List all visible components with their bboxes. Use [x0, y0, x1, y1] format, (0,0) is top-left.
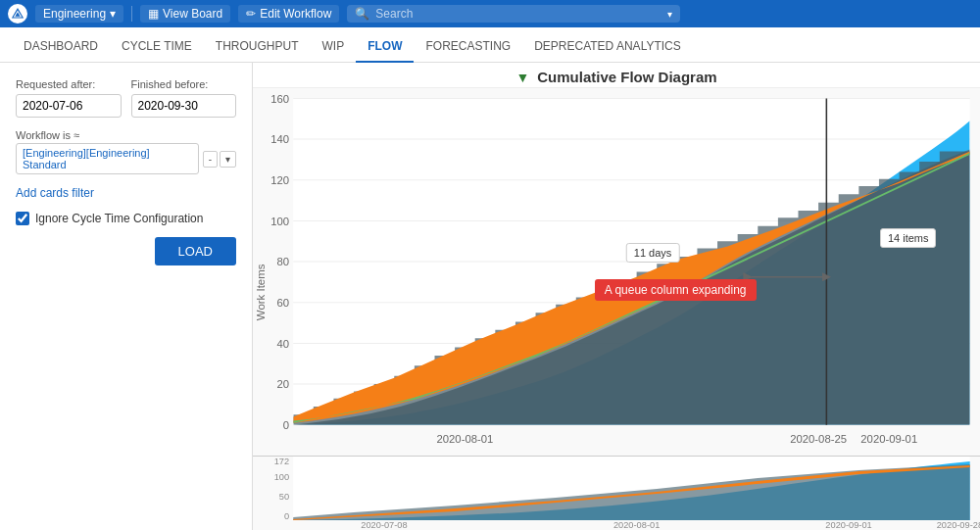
sidebar: Requested after: Finished before: Workfl…	[0, 63, 253, 530]
tab-wip[interactable]: WIP	[310, 31, 356, 63]
view-board-btn[interactable]: ▦ View Board	[140, 5, 230, 23]
svg-text:60: 60	[277, 297, 290, 309]
mini-chart[interactable]: 0 50 100 172 2020-07-08 2020-08-01 2020-…	[253, 457, 980, 530]
search-bar[interactable]: 🔍 ▾	[347, 5, 680, 23]
svg-text:Work Items: Work Items	[255, 264, 267, 320]
view-board-icon: ▦	[148, 7, 159, 21]
ignore-cycle-label: Ignore Cycle Time Configuration	[35, 212, 203, 225]
load-button[interactable]: LOAD	[155, 237, 236, 265]
svg-text:120: 120	[270, 174, 289, 186]
mini-chart-svg: 0 50 100 172 2020-07-08 2020-08-01 2020-…	[253, 457, 980, 530]
tab-dashboard[interactable]: DASHBOARD	[12, 31, 110, 63]
logo[interactable]	[8, 4, 27, 24]
requested-after-input[interactable]	[16, 94, 122, 118]
workflow-dropdown-btn[interactable]: ▾	[220, 151, 236, 168]
date-range-group: Requested after: Finished before:	[16, 78, 236, 118]
tooltip-11-days: 11 days	[626, 243, 680, 263]
ignore-cycle-row: Ignore Cycle Time Configuration	[16, 212, 236, 225]
chart-title-bar: ▼ Cumulative Flow Diagram	[253, 63, 980, 88]
svg-text:2020-08-01: 2020-08-01	[613, 520, 660, 530]
main-content: Requested after: Finished before: Workfl…	[0, 63, 980, 530]
tooltip-queue-label: A queue column expanding	[605, 283, 747, 297]
svg-text:80: 80	[277, 256, 290, 267]
team-selector[interactable]: Engineering ▾	[35, 5, 123, 23]
tooltip-queue-expanding: A queue column expanding	[595, 279, 757, 301]
svg-text:2020-08-01: 2020-08-01	[436, 433, 493, 445]
svg-text:100: 100	[270, 216, 289, 227]
workflow-group: Workflow is ≈ [Engineering][Engineering]…	[16, 129, 236, 174]
finished-before-label: Finished before:	[131, 78, 237, 90]
search-dropdown-icon[interactable]: ▾	[667, 9, 672, 20]
tab-throughput[interactable]: THROUGHPUT	[204, 31, 311, 63]
main-chart[interactable]: 0 20 40 60 80 100 120 140 160 Work Items	[253, 88, 980, 457]
svg-text:2020-09-01: 2020-09-01	[825, 520, 871, 530]
chart-area: ▼ Cumulative Flow Diagram	[253, 63, 980, 530]
add-cards-filter-link[interactable]: Add cards filter	[16, 186, 236, 200]
chart-title: Cumulative Flow Diagram	[537, 69, 716, 85]
edit-workflow-btn[interactable]: ✏ Edit Workflow	[238, 5, 339, 23]
tab-cycle-time[interactable]: CYCLE TIME	[110, 31, 204, 63]
svg-text:100: 100	[274, 472, 289, 482]
workflow-minus-btn[interactable]: -	[203, 151, 218, 168]
workflow-icons: - ▾	[203, 151, 236, 168]
team-chevron-icon: ▾	[110, 7, 116, 21]
workflow-value[interactable]: [Engineering][Engineering] Standard	[16, 143, 199, 174]
svg-text:140: 140	[270, 133, 289, 145]
svg-text:2020-08-25: 2020-08-25	[790, 433, 847, 445]
view-board-label: View Board	[163, 7, 222, 21]
svg-text:0: 0	[284, 511, 289, 521]
tooltip-items-value: 14 items	[888, 232, 929, 244]
edit-workflow-label: Edit Workflow	[260, 7, 331, 21]
chart-filter-icon[interactable]: ▼	[515, 70, 529, 85]
tab-forecasting[interactable]: FORECASTING	[414, 31, 522, 63]
svg-text:2020-09-28: 2020-09-28	[937, 520, 980, 530]
svg-text:160: 160	[270, 93, 289, 105]
svg-text:0: 0	[283, 419, 289, 431]
requested-after-label: Requested after:	[16, 78, 122, 90]
workflow-label: Workflow is ≈	[16, 129, 236, 141]
svg-text:2020-09-01: 2020-09-01	[860, 433, 917, 445]
team-name: Engineering	[43, 7, 106, 21]
main-chart-svg: 0 20 40 60 80 100 120 140 160 Work Items	[253, 88, 980, 456]
tab-deprecated[interactable]: DEPRECATED ANALYTICS	[522, 31, 693, 63]
svg-text:2020-07-08: 2020-07-08	[361, 520, 407, 530]
svg-text:172: 172	[274, 457, 289, 466]
edit-workflow-icon: ✏	[246, 7, 256, 21]
search-input[interactable]	[375, 7, 662, 21]
svg-text:20: 20	[277, 378, 290, 390]
search-icon: 🔍	[355, 7, 369, 21]
finished-before-input[interactable]	[131, 94, 237, 118]
ignore-cycle-checkbox[interactable]	[16, 212, 29, 225]
nav-tabs: DASHBOARD CYCLE TIME THROUGHPUT WIP FLOW…	[0, 27, 980, 63]
tooltip-14-items: 14 items	[880, 228, 937, 248]
top-bar: Engineering ▾ ▦ View Board ✏ Edit Workfl…	[0, 0, 980, 27]
divider-1	[131, 6, 132, 22]
tab-flow[interactable]: FLOW	[356, 31, 414, 63]
workflow-row: [Engineering][Engineering] Standard - ▾	[16, 143, 236, 174]
tooltip-days-value: 11 days	[634, 247, 672, 259]
svg-text:50: 50	[279, 492, 289, 502]
svg-text:40: 40	[277, 338, 290, 350]
